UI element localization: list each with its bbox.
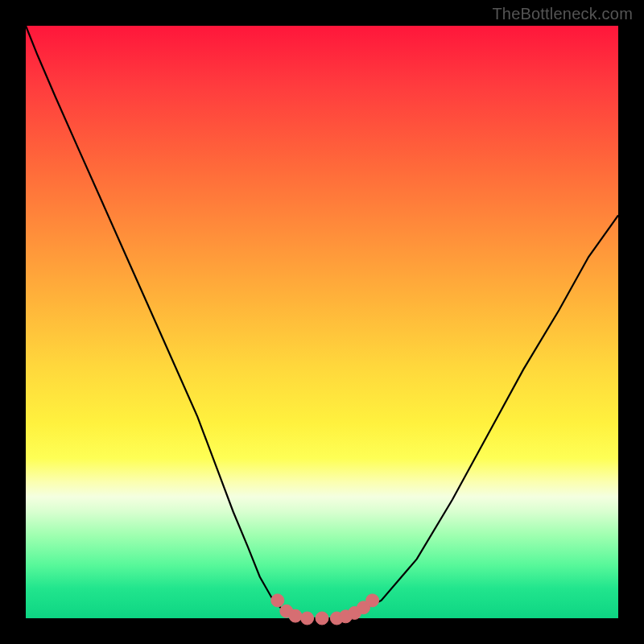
chart-frame: TheBottleneck.com — [0, 0, 644, 644]
chart-svg — [26, 26, 618, 618]
marker-group — [271, 594, 379, 625]
marker-point — [301, 612, 314, 625]
watermark-text: TheBottleneck.com — [492, 5, 633, 23]
bottleneck-curve — [26, 26, 618, 618]
marker-point — [366, 594, 379, 607]
marker-point — [271, 594, 284, 607]
marker-point — [289, 609, 302, 622]
marker-point — [316, 612, 328, 625]
plot-area — [26, 26, 618, 618]
